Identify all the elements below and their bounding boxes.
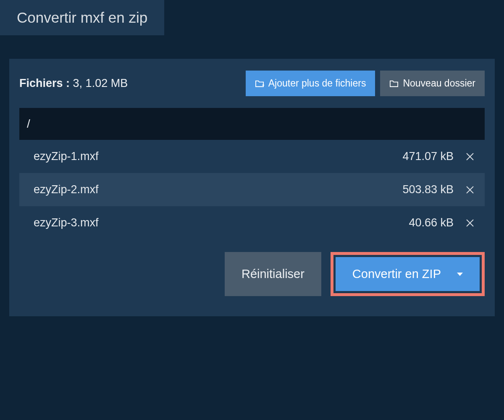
footer-actions: Réinitialiser Convertir en ZIP [19, 239, 485, 306]
tab-convert[interactable]: Convertir mxf en zip [0, 0, 164, 35]
breadcrumb-path[interactable]: / [19, 108, 485, 140]
path-text: / [27, 117, 30, 130]
convert-label: Convertir en ZIP [352, 267, 441, 281]
file-size: 503.83 kB [402, 183, 454, 196]
files-summary: Fichiers : 3, 1.02 MB [19, 77, 128, 90]
tab-bar: Convertir mxf en zip [0, 0, 504, 35]
file-size: 40.66 kB [409, 216, 454, 229]
header-buttons: Ajouter plus de fichiers Nouveau dossier [246, 71, 485, 96]
new-folder-label: Nouveau dossier [403, 78, 475, 89]
file-row: ezyZip-1.mxf 471.07 kB [19, 140, 485, 173]
files-label: Fichiers : [19, 77, 70, 89]
panel-content: Fichiers : 3, 1.02 MB Ajouter plus de fi… [9, 59, 495, 316]
add-files-label: Ajouter plus de fichiers [268, 78, 366, 89]
tab-title: Convertir mxf en zip [17, 9, 147, 26]
folder-add-icon [255, 79, 264, 88]
remove-file-icon[interactable] [463, 152, 477, 161]
files-count: 3, [73, 77, 83, 89]
remove-file-icon[interactable] [463, 185, 477, 194]
file-row: ezyZip-3.mxf 40.66 kB [19, 206, 485, 239]
file-name: ezyZip-1.mxf [32, 150, 402, 163]
new-folder-button[interactable]: Nouveau dossier [380, 71, 485, 96]
remove-file-icon[interactable] [463, 218, 477, 228]
convert-highlight: Convertir en ZIP [331, 252, 485, 296]
folder-icon [389, 79, 399, 88]
file-name: ezyZip-3.mxf [32, 216, 409, 229]
files-size: 1.02 MB [86, 77, 128, 89]
file-row: ezyZip-2.mxf 503.83 kB [19, 173, 485, 206]
reset-label: Réinitialiser [242, 267, 304, 281]
add-files-button[interactable]: Ajouter plus de fichiers [246, 71, 375, 96]
main-panel: Fichiers : 3, 1.02 MB Ajouter plus de fi… [9, 59, 495, 316]
file-list: ezyZip-1.mxf 471.07 kB ezyZip-2.mxf 503.… [19, 140, 485, 239]
chevron-down-icon [457, 273, 463, 276]
file-size: 471.07 kB [402, 150, 454, 163]
file-name: ezyZip-2.mxf [32, 183, 402, 196]
convert-button[interactable]: Convertir en ZIP [336, 257, 480, 291]
reset-button[interactable]: Réinitialiser [225, 252, 321, 296]
header-row: Fichiers : 3, 1.02 MB Ajouter plus de fi… [19, 71, 485, 96]
